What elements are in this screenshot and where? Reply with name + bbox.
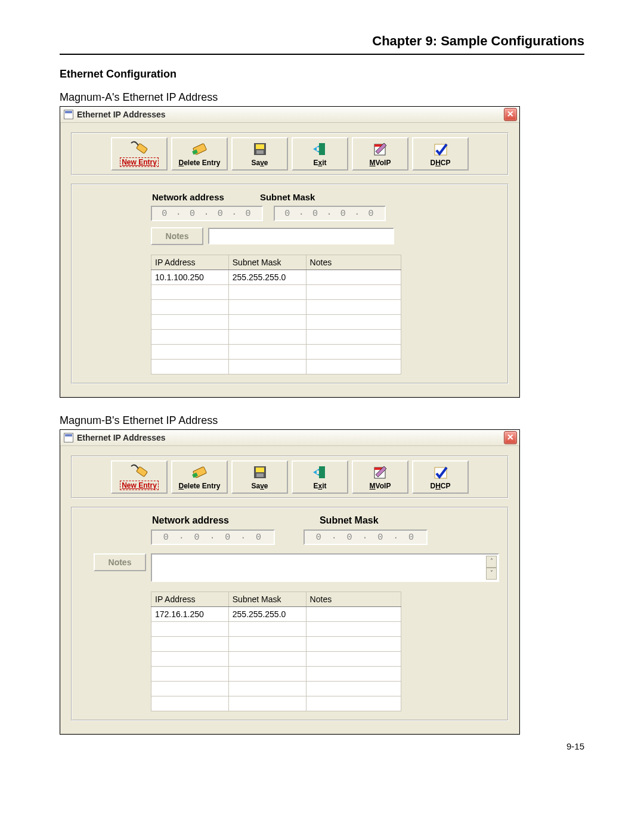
subnet-mask-label: Subnet Mask [320,515,379,526]
dhcp-button[interactable]: DHCP [412,137,469,171]
subnet-mask-label: Subnet Mask [260,192,315,202]
table-cell[interactable] [306,360,401,374]
table-row[interactable] [151,637,401,652]
eraser-icon [190,464,209,481]
table-row[interactable] [151,315,401,330]
table-row[interactable] [151,345,401,360]
table-cell[interactable]: 10.1.100.250 [151,270,229,285]
table-cell[interactable] [306,652,401,667]
table-cell[interactable] [228,300,306,315]
table-cell[interactable]: 255.255.255.0 [228,607,306,622]
table-cell[interactable] [151,637,229,652]
table-row[interactable]: 172.16.1.250255.255.255.0 [151,607,401,622]
table-cell[interactable] [151,682,229,696]
table-row[interactable] [151,652,401,667]
exit-button[interactable]: Exit [292,137,348,171]
scroll-down-icon[interactable]: ˅ [486,568,497,580]
table-row[interactable] [151,300,401,315]
table-cell[interactable] [228,696,306,711]
new-entry-button[interactable]: New Entry [111,137,168,171]
exit-door-icon [311,464,330,481]
table-cell[interactable] [306,682,401,696]
table-cell[interactable] [228,637,306,652]
pencil-plug-icon [130,464,149,481]
form-icon [64,110,73,119]
dhcp-button[interactable]: DHCP [412,460,469,494]
table-cell[interactable]: 172.16.1.250 [151,607,229,622]
scroll-up-icon[interactable]: ˄ [486,556,497,568]
table-cell[interactable] [151,345,229,360]
page-number: 9-15 [566,741,584,751]
table-row[interactable]: 10.1.100.250255.255.255.0 [151,270,401,285]
table-cell[interactable] [306,622,401,637]
table-cell[interactable] [151,652,229,667]
table-cell[interactable] [306,270,401,285]
table-cell[interactable] [228,682,306,696]
notes-input[interactable]: ˄ ˅ [151,553,499,582]
delete-entry-button[interactable]: Delete Entry [171,460,228,494]
subnet-mask-input[interactable]: 0. 0. 0. 0 [274,206,386,221]
table-cell[interactable] [228,315,306,330]
delete-entry-button[interactable]: Delete Entry [171,137,228,171]
svg-marker-7 [313,145,319,153]
table-cell[interactable] [306,667,401,682]
col-notes[interactable]: Notes [306,592,401,607]
col-ip[interactable]: IP Address [151,592,229,607]
notes-input[interactable] [208,228,394,244]
table-row[interactable] [151,285,401,300]
table-row[interactable] [151,667,401,682]
subnet-mask-input[interactable]: 0. 0. 0. 0 [304,529,428,545]
form-icon [64,433,73,442]
notes-button[interactable]: Notes [151,227,203,245]
table-cell[interactable] [228,360,306,374]
exit-button[interactable]: Exit [292,460,348,494]
notes-button[interactable]: Notes [94,553,146,571]
col-notes[interactable]: Notes [306,255,401,270]
dhcp-label: DHCP [430,482,450,490]
table-row[interactable] [151,696,401,711]
table-cell[interactable] [151,315,229,330]
table-cell[interactable] [306,330,401,345]
mvoip-button[interactable]: MVoIP [352,460,408,494]
new-entry-button[interactable]: New Entry [111,460,168,494]
table-cell[interactable] [228,622,306,637]
table-cell[interactable] [306,285,401,300]
table-cell[interactable] [151,360,229,374]
ip-table: IP Address Subnet Mask Notes 10.1.100.25… [151,255,401,374]
save-button[interactable]: Save [231,137,288,171]
mvoip-button[interactable]: MVoIP [352,137,408,171]
table-cell[interactable] [228,330,306,345]
network-address-input[interactable]: 0. 0. 0. 0 [151,206,263,221]
table-cell[interactable] [306,696,401,711]
svg-rect-4 [256,144,264,149]
table-cell[interactable] [151,285,229,300]
table-row[interactable] [151,330,401,345]
table-cell[interactable] [151,300,229,315]
col-mask[interactable]: Subnet Mask [228,255,306,270]
table-row[interactable] [151,682,401,696]
network-address-input[interactable]: 0. 0. 0. 0 [151,529,275,545]
table-cell[interactable] [228,285,306,300]
table-cell[interactable] [306,345,401,360]
notes-scrollbar[interactable]: ˄ ˅ [486,556,497,580]
save-button[interactable]: Save [231,460,288,494]
table-cell[interactable] [306,607,401,622]
table-row[interactable] [151,360,401,374]
table-cell[interactable] [228,667,306,682]
table-row[interactable] [151,622,401,637]
table-cell[interactable]: 255.255.255.0 [228,270,306,285]
close-icon[interactable]: ✕ [504,108,517,121]
table-cell[interactable] [151,330,229,345]
table-cell[interactable] [151,622,229,637]
table-cell[interactable] [228,345,306,360]
col-mask[interactable]: Subnet Mask [228,592,306,607]
table-cell[interactable] [306,637,401,652]
table-cell[interactable] [306,315,401,330]
network-address-label: Network address [152,192,224,202]
table-cell[interactable] [151,696,229,711]
close-icon[interactable]: ✕ [504,431,517,444]
table-cell[interactable] [151,667,229,682]
col-ip[interactable]: IP Address [151,255,229,270]
table-cell[interactable] [228,652,306,667]
table-cell[interactable] [306,300,401,315]
